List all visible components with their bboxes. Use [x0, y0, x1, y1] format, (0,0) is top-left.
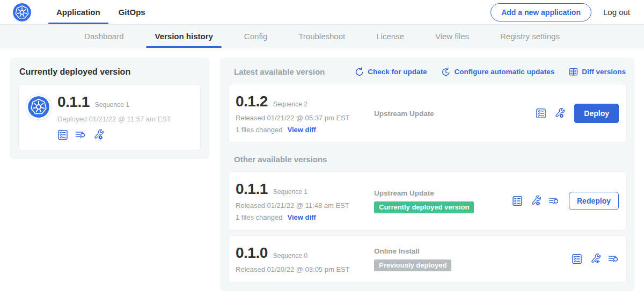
- app-subnav: Dashboard Version history Config Trouble…: [0, 25, 644, 48]
- subnav-tab-troubleshoot[interactable]: Troubleshoot: [290, 25, 354, 48]
- subnav-tab-registry-settings[interactable]: Registry settings: [492, 25, 568, 48]
- check-for-update-label: Check for update: [368, 68, 427, 76]
- preflight-checklist-icon[interactable]: [57, 129, 68, 140]
- released-timestamp: Released 01/21/22 @ 11:48 am EST: [236, 201, 374, 210]
- deploy-logs-icon[interactable]: [548, 196, 559, 206]
- latest-available-title: Latest available version: [234, 67, 325, 76]
- version-number: 0.1.1: [236, 181, 268, 198]
- logout-button[interactable]: Log out: [603, 8, 630, 17]
- currently-deployed-card: 0.1.1 Sequence 1 Deployed 01/21/22 @ 11:…: [18, 84, 201, 150]
- main-content: Currently deployed version 0.1.1 Sequenc…: [0, 48, 644, 291]
- deployed-timestamp: Deployed 01/21/22 @ 11:57 am EST: [57, 115, 171, 123]
- deploy-button[interactable]: Deploy: [574, 104, 619, 123]
- files-changed-label: 1 files changed: [236, 213, 282, 221]
- subnav-tab-license[interactable]: License: [368, 25, 413, 48]
- version-number: 0.1.2: [236, 93, 268, 110]
- sequence-label: Sequence 0: [273, 252, 308, 259]
- diff-icon: [569, 67, 578, 76]
- files-changed-label: 1 files changed: [236, 126, 282, 134]
- currently-deployed-title: Currently deployed version: [19, 67, 201, 77]
- released-timestamp: Released 01/21/22 @ 05:37 pm EST: [236, 114, 374, 122]
- subnav-tab-view-files[interactable]: View files: [427, 25, 478, 48]
- sequence-label: Sequence 2: [273, 100, 308, 108]
- subnav-tab-config[interactable]: Config: [236, 25, 276, 48]
- other-available-versions-title: Other available versions: [234, 155, 626, 164]
- currently-deployed-badge: Currently deployed version: [374, 201, 474, 213]
- version-card-0-1-2: 0.1.2 Sequence 2 Released 01/21/22 @ 05:…: [229, 84, 627, 143]
- view-diff-link[interactable]: View diff: [287, 213, 316, 221]
- preflight-checklist-icon[interactable]: [572, 254, 582, 264]
- deployed-version-number: 0.1.1: [57, 93, 90, 111]
- top-header: Application GitOps Add a new application…: [0, 0, 644, 25]
- preflight-checklist-icon[interactable]: [536, 108, 546, 119]
- diff-versions-label: Diff versions: [582, 68, 626, 76]
- view-config-wrench-eye-icon[interactable]: [590, 254, 601, 264]
- version-source-label: Online Install: [374, 247, 572, 255]
- version-source-label: Upstream Update: [374, 189, 512, 197]
- edit-config-wrench-gear-icon[interactable]: [554, 108, 565, 119]
- kubernetes-logo-icon: [13, 3, 31, 21]
- app-tabs: Application GitOps: [47, 0, 155, 24]
- check-for-update-link[interactable]: Check for update: [355, 67, 427, 76]
- subnav-tab-dashboard[interactable]: Dashboard: [76, 25, 132, 48]
- configure-updates-label: Configure automatic updates: [454, 68, 554, 76]
- subnav-tab-version-history[interactable]: Version history: [146, 25, 221, 48]
- version-source-label: Upstream Update: [374, 110, 536, 118]
- app-logo-icon: [26, 95, 51, 119]
- version-card-0-1-1: 0.1.1 Sequence 1 Released 01/21/22 @ 11:…: [229, 171, 627, 230]
- available-versions-panel: Latest available version Check for updat…: [220, 57, 634, 291]
- released-timestamp: Released 01/20/22 @ 03:05 pm EST: [236, 265, 374, 273]
- refresh-icon: [355, 67, 364, 76]
- sequence-label: Sequence 1: [273, 188, 308, 196]
- previously-deployed-badge: Previously deployed: [374, 259, 451, 271]
- tab-application[interactable]: Application: [47, 0, 109, 24]
- currently-deployed-panel: Currently deployed version 0.1.1 Sequenc…: [10, 57, 209, 159]
- deploy-logs-icon[interactable]: [75, 129, 86, 140]
- redeploy-button[interactable]: Redeploy: [569, 192, 619, 210]
- add-new-application-button[interactable]: Add a new application: [491, 3, 591, 21]
- tab-gitops[interactable]: GitOps: [109, 0, 155, 24]
- edit-config-wrench-gear-icon[interactable]: [93, 129, 104, 140]
- deploy-logs-icon[interactable]: [608, 254, 619, 264]
- version-number: 0.1.0: [236, 244, 268, 262]
- version-card-0-1-0: 0.1.0 Sequence 0 Released 01/20/22 @ 03:…: [229, 235, 627, 283]
- preflight-checklist-icon[interactable]: [512, 196, 523, 206]
- edit-config-wrench-gear-icon[interactable]: [530, 196, 541, 206]
- clock-refresh-icon: [441, 67, 450, 76]
- diff-versions-link[interactable]: Diff versions: [569, 67, 626, 76]
- deployed-sequence-label: Sequence 1: [95, 101, 129, 109]
- configure-automatic-updates-link[interactable]: Configure automatic updates: [441, 67, 554, 76]
- view-diff-link[interactable]: View diff: [287, 126, 316, 134]
